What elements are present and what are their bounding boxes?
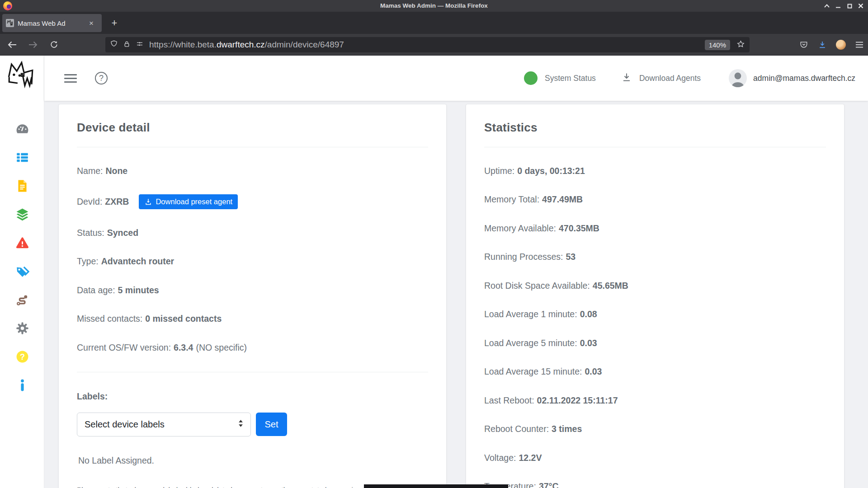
divider — [77, 372, 428, 372]
stat-row-uptime: Uptime:0 days, 00:13:21 — [484, 166, 826, 176]
download-agents-label[interactable]: Download Agents — [639, 74, 701, 83]
detail-row-missed-contacts: Missed contacts: 0 missed contacts — [77, 314, 428, 324]
sidebar-item-info[interactable] — [0, 371, 44, 399]
app-header: ? System Status Download Agents admin@ma… — [44, 56, 868, 101]
detail-row-name: Name: None — [77, 166, 428, 176]
svg-text:?: ? — [19, 352, 24, 361]
sidebar-item-alerts[interactable] — [0, 229, 44, 257]
tags-icon — [15, 264, 29, 278]
sidebar-item-dashboard[interactable] — [0, 115, 44, 143]
pin-on-top-icon[interactable] — [823, 2, 830, 9]
stat-row-temperature: Temperature:37°C — [484, 481, 826, 488]
download-preset-agent-button[interactable]: Download preset agent — [139, 194, 238, 209]
new-tab-button[interactable]: + — [108, 16, 121, 30]
reload-icon[interactable] — [48, 39, 60, 51]
stat-row-load-1: Load Average 1 minute:0.08 — [484, 309, 826, 319]
mamas-logo[interactable] — [6, 58, 35, 94]
detail-row-data-age: Data age: 5 minutes — [77, 285, 428, 296]
help-circle-icon: ? — [15, 350, 29, 364]
stat-row-last-reboot: Last Reboot:02.11.2022 15:11:17 — [484, 395, 826, 406]
statistics-card: Statistics Uptime:0 days, 00:13:21 Memor… — [466, 104, 844, 488]
minimize-icon[interactable] — [835, 2, 842, 9]
sidebar-item-settings[interactable] — [0, 314, 44, 343]
set-labels-button[interactable]: Set — [256, 413, 287, 436]
device-list-icon — [15, 150, 29, 164]
no-label-text: No Label Assigned. — [77, 455, 428, 466]
device-detail-title: Device detail — [77, 121, 428, 135]
sidebar: ? — [0, 56, 44, 488]
sidebar-item-documents[interactable] — [0, 172, 44, 200]
back-icon[interactable] — [6, 39, 18, 51]
warning-triangle-icon — [15, 236, 29, 250]
tab-title: Mamas Web Ad — [18, 19, 88, 27]
maximize-icon[interactable] — [846, 2, 853, 9]
route-icon — [15, 293, 29, 307]
sidebar-item-routes[interactable] — [0, 286, 44, 314]
navigation-toolbar: https://white.beta.dwarftech.cz/admin/de… — [0, 34, 868, 56]
url-bar[interactable]: https://white.beta.dwarftech.cz/admin/de… — [105, 37, 750, 52]
bottom-cutoff-element — [364, 484, 508, 488]
url-text[interactable]: https://white.beta.dwarftech.cz/admin/de… — [149, 40, 344, 50]
document-icon — [15, 179, 29, 193]
labels-heading: Labels: — [77, 391, 428, 402]
detail-row-type: Type: Advantech router — [77, 256, 428, 267]
bookmark-star-icon[interactable] — [736, 40, 745, 50]
sidebar-item-labels[interactable] — [0, 257, 44, 286]
system-status-indicator[interactable] — [524, 71, 538, 85]
detail-row-devid: DevId: ZXRB Download preset agent — [77, 194, 428, 209]
divider — [77, 147, 428, 147]
app-menu-icon[interactable] — [854, 39, 865, 51]
stat-row-load-15: Load Average 15 minute:0.03 — [484, 366, 826, 377]
header-help-icon[interactable]: ? — [95, 72, 108, 84]
window-title: Mamas Web Admin — Mozilla Firefox — [0, 0, 868, 12]
stat-row-reboot-counter: Reboot Counter:3 times — [484, 424, 826, 434]
stat-row-memory-available: Memory Available:470.35MB — [484, 223, 826, 234]
user-avatar[interactable] — [729, 69, 747, 87]
downloads-icon[interactable] — [816, 39, 828, 51]
gear-icon — [15, 321, 29, 335]
pocket-icon[interactable] — [798, 39, 810, 51]
lock-icon[interactable] — [123, 40, 131, 50]
detail-row-os-version: Current OS/FW version: 6.3.4 (NO specifi… — [77, 343, 428, 353]
dashboard-gauge-icon — [15, 122, 29, 136]
sidebar-toggle-icon[interactable] — [64, 74, 77, 83]
stat-row-root-disk: Root Disk Space Available:45.65MB — [484, 281, 826, 291]
browser-titlebar: Mamas Web Admin — Mozilla Firefox — [0, 0, 868, 12]
firefox-account-avatar[interactable] — [835, 39, 847, 51]
stat-row-load-5: Load Average 5 minute:0.03 — [484, 338, 826, 348]
statistics-title: Statistics — [484, 121, 826, 135]
info-icon — [15, 378, 29, 392]
tracking-shield-icon[interactable] — [110, 39, 118, 50]
sidebar-item-help[interactable]: ? — [0, 343, 44, 371]
divider — [484, 147, 826, 147]
sidebar-item-groups[interactable] — [0, 200, 44, 229]
sidebar-item-devices[interactable] — [0, 143, 44, 172]
stat-row-memory-total: Memory Total:497.49MB — [484, 194, 826, 205]
layers-icon — [15, 207, 29, 221]
user-email[interactable]: admin@mamas.dwarftech.cz — [753, 74, 855, 83]
tab-strip: Mamas Web Ad × + — [0, 12, 868, 34]
stat-row-voltage: Voltage:12.2V — [484, 453, 826, 463]
close-window-icon[interactable] — [857, 2, 864, 9]
detail-row-status: Status: Synced — [77, 228, 428, 238]
browser-tab[interactable]: Mamas Web Ad × — [2, 14, 102, 32]
stat-row-running-processes: Running Processes:53 — [484, 252, 826, 262]
permissions-icon[interactable] — [136, 40, 144, 50]
download-icon — [144, 198, 152, 206]
forward-icon[interactable] — [27, 39, 39, 51]
zoom-level-indicator[interactable]: 140% — [705, 40, 730, 50]
device-detail-card: Device detail Name: None DevId: ZXRB Dow… — [58, 104, 447, 488]
system-status-label[interactable]: System Status — [545, 74, 596, 83]
download-agents-icon[interactable] — [621, 72, 632, 84]
device-labels-select[interactable]: Select device labels — [77, 413, 251, 436]
tab-close-icon[interactable]: × — [89, 19, 94, 27]
tab-favicon-icon — [6, 19, 14, 27]
page-content: Device detail Name: None DevId: ZXRB Dow… — [44, 101, 868, 488]
select-arrows-icon — [238, 419, 243, 430]
